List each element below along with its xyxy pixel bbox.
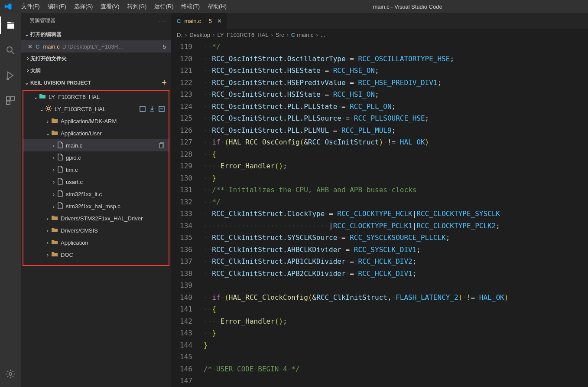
code-line[interactable]: ··if·(HAL_RCC_OscConfig(&RCC_OscInitStru… [204,136,588,148]
keil-action-icon[interactable] [161,79,168,87]
menu-item[interactable]: 查看(V) [97,0,123,13]
breadcrumb-item[interactable]: Src [276,32,284,38]
menu-item[interactable]: 转到(G) [123,0,151,13]
tree-folder[interactable]: ⌄Application/User [23,127,169,139]
line-number: 129 [172,160,192,172]
tree-folder[interactable]: ›DOC [23,249,169,261]
code-line[interactable]: ····Error_Handler(); [204,160,588,172]
code-line[interactable]: ··RCC_ClkInitStruct.APB1CLKDivider·=·RCC… [204,256,588,268]
code-line[interactable]: ··/**·Initializes·the·CPU,·AHB·and·APB·b… [204,184,588,196]
code-line[interactable]: ··RCC_ClkInitStruct.ClockType·=·RCC_CLOC… [204,208,588,220]
breadcrumb-item[interactable]: Cmain.c [291,32,314,38]
file-icon [57,141,63,150]
svg-rect-3 [6,97,10,100]
code-line[interactable] [204,279,588,292]
chevron-right-icon: ⌄ [24,67,30,74]
menu-item[interactable]: 文件(F) [17,0,44,13]
file-icon [57,190,63,198]
sidebar-more-icon[interactable]: ··· [159,18,166,24]
activity-bar [0,13,21,387]
tree-folder[interactable]: ⌄LY_F103RCT6_HAL [23,103,169,115]
tree-label: Application/User [61,130,102,137]
code-line[interactable]: ····Error_Handler(); [204,315,588,328]
code-line[interactable]: } [204,339,588,351]
vscode-logo-icon [3,2,13,11]
code-line[interactable]: ··} [204,172,588,184]
tree-file[interactable]: ›main.c [23,139,169,151]
tree-folder[interactable]: ›Drivers/CMSIS [23,224,169,236]
tree-label: Drivers/STM32F1xx_HAL_Driver [61,215,143,222]
code-line[interactable]: ··if·(HAL_RCC_ClockConfig(&RCC_ClkInitSt… [204,292,588,304]
code-line[interactable]: ··*/ [204,196,588,208]
close-icon[interactable]: ✕ [217,18,222,24]
row-actions[interactable] [159,142,165,148]
code-line[interactable]: ··RCC_OscInitStruct.PLL.PLLSource·=·RCC_… [204,112,588,125]
breadcrumb[interactable]: D:›Desktop›LY_F103RCT6_HAL›Src›Cmain.c›.… [172,29,588,41]
menu-item[interactable]: 帮助(H) [204,0,231,13]
line-number: 128 [172,148,192,161]
tree-label: main.c [66,142,82,149]
code-line[interactable]: ··RCC_ClkInitStruct.SYSCLKSource·=·RCC_S… [204,232,588,244]
tree-file[interactable]: ›tim.c [23,164,169,176]
tree-folder[interactable]: ›Application [23,236,169,249]
line-number: 136 [172,244,192,256]
activity-extensions[interactable] [0,92,21,109]
code-line[interactable]: ··RCC_OscInitStruct.OscillatorType·=·RCC… [204,53,588,65]
target-actions[interactable] [139,105,165,112]
section-open-editors[interactable]: ⌄ 打开的编辑器 [21,28,171,40]
chevron-right-icon: › [44,215,51,222]
tree-label: stm32f1xx_it.c [66,191,102,197]
code-line[interactable]: ··{ [204,148,588,161]
code-line[interactable]: ··RCC_ClkInitStruct.APB2CLKDivider·=·RCC… [204,268,588,280]
breadcrumb-item[interactable]: Desktop [189,32,210,38]
section-no-folder[interactable]: ⌄ 无打开的文件夹 [21,52,171,65]
code-line[interactable]: ··RCC_OscInitStruct.HSEPredivValue·=·RCC… [204,77,588,89]
code-line[interactable] [204,351,588,363]
svg-point-0 [7,47,12,52]
code-line[interactable]: ··*/ [204,41,588,53]
menu-item[interactable]: 运行(R) [150,0,177,13]
code-line[interactable]: ··RCC_OscInitStruct.HSEState·=·RCC_HSE_O… [204,65,588,77]
chevron-down-icon: ⌄ [38,106,45,112]
tree-file[interactable]: ›usart.c [23,176,169,188]
code-content[interactable]: ··*/··RCC_OscInitStruct.OscillatorType·=… [204,41,588,387]
code-line[interactable]: ··} [204,327,588,339]
code-line[interactable]: /*·USER·CODE·BEGIN·4·*/ [204,363,588,375]
activity-search[interactable] [0,42,21,59]
code-line[interactable] [204,375,588,387]
download-icon [149,105,156,112]
line-number: 135 [172,232,192,244]
chevron-right-icon: › [50,167,57,173]
tree-file[interactable]: ›stm32f1xx_hal_msp.c [23,200,169,212]
code-editor[interactable]: 1191201211221231241251261271281291301311… [172,41,588,387]
breadcrumb-item[interactable]: LY_F103RCT6_HAL [217,32,268,38]
code-line[interactable]: ······························|RCC_CLOCK… [204,220,588,232]
menu-item[interactable]: 编辑(E) [44,0,70,13]
tab-main-c[interactable]: C main.c 5 ✕ [172,13,227,29]
close-icon[interactable]: ✕ [28,43,36,50]
section-outline[interactable]: ⌄ 大纲 [21,65,171,77]
code-line[interactable]: ··RCC_OscInitStruct.PLL.PLLMUL·=·RCC_PLL… [204,125,588,137]
activity-settings[interactable] [0,365,21,383]
code-line[interactable]: ··RCC_ClkInitStruct.AHBCLKDivider·=·RCC_… [204,244,588,256]
tree-folder[interactable]: ›Application/MDK-ARM [23,115,169,127]
breadcrumb-item[interactable]: ... [321,32,325,38]
editor-group: C main.c 5 ✕ D:›Desktop›LY_F103RCT6_HAL›… [172,13,588,387]
chevron-down-icon: ⌄ [23,80,30,86]
tree-label: usart.c [66,179,83,185]
tree-file[interactable]: ›gpio.c [23,151,169,164]
menu-item[interactable]: 选择(S) [70,0,97,13]
activity-explorer[interactable] [0,16,21,34]
section-keil-project[interactable]: ⌄ KEIL UVISION PROJECT [21,77,171,89]
breadcrumb-item[interactable]: D: [177,32,182,38]
tree-file[interactable]: ›stm32f1xx_it.c [23,188,169,200]
open-editor-item[interactable]: ✕ C main.c D:\Desktop\LY_F103RCT... 5 [21,40,171,52]
sidebar-title: 资源管理器 [29,17,55,24]
tree-folder[interactable]: ›Drivers/STM32F1xx_HAL_Driver [23,212,169,224]
code-line[interactable]: ··RCC_OscInitStruct.PLL.PLLState·=·RCC_P… [204,101,588,113]
menu-item[interactable]: 终端(T) [177,0,204,13]
code-line[interactable]: ··{ [204,303,588,315]
activity-run-debug[interactable] [0,67,21,84]
tree-folder[interactable]: ⌄LY_F103RCT6_HAL [23,91,169,103]
code-line[interactable]: ··RCC_OscInitStruct.HSIState·=·RCC_HSI_O… [204,89,588,101]
